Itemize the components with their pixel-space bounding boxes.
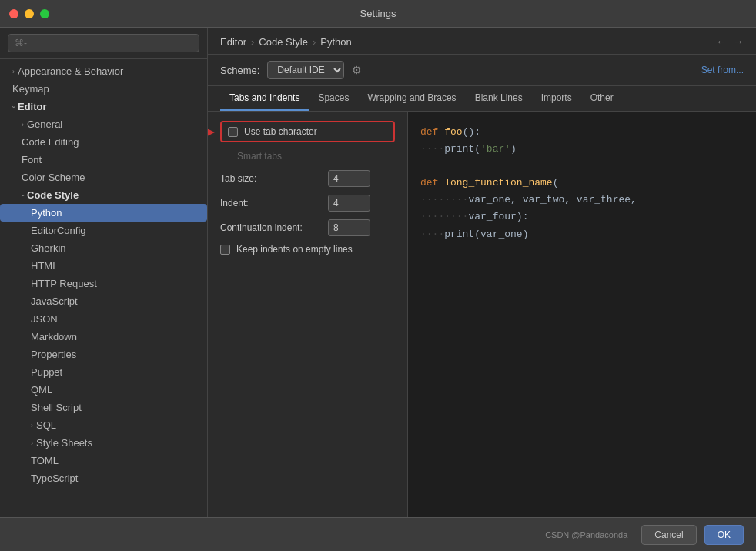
code-line-5: ········var_one, var_two, var_three, <box>420 192 744 209</box>
sidebar-item-sql[interactable]: › SQL <box>0 416 207 434</box>
indent-row: Indent: <box>220 195 395 212</box>
bottom-bar: CSDN @Pandaconda Cancel OK <box>0 517 756 551</box>
sidebar-item-label: Editor <box>18 101 47 112</box>
code-line-2: ····print('bar') <box>420 141 744 158</box>
chevron-icon: › <box>31 422 33 429</box>
tabs-bar: Tabs and Indents Spaces Wrapping and Bra… <box>208 86 756 112</box>
settings-code-split: Use tab character Smart tabs Tab size: I… <box>208 112 756 517</box>
use-tab-label[interactable]: Use tab character <box>244 126 317 137</box>
code-preview: def foo(): ····print('bar') def long_fun… <box>408 112 756 517</box>
content-area: Editor › Code Style › Python ← → Scheme:… <box>208 28 756 517</box>
sidebar-item-style-sheets[interactable]: › Style Sheets <box>0 434 207 452</box>
code-line-6: ········var_four): <box>420 209 744 225</box>
sidebar-item-editor[interactable]: › Editor <box>0 98 207 115</box>
sidebar-item-python[interactable]: Python <box>0 204 207 222</box>
tab-tabs-indents[interactable]: Tabs and Indents <box>220 86 309 111</box>
breadcrumb-python: Python <box>320 36 351 48</box>
nav-forward-icon[interactable]: → <box>733 35 744 48</box>
sidebar-item-gherkin[interactable]: Gherkin <box>0 239 207 257</box>
scheme-select[interactable]: Default IDE <box>267 61 344 79</box>
tab-wrapping[interactable]: Wrapping and Braces <box>358 86 465 111</box>
sidebar-item-label: QML <box>31 384 52 396</box>
sidebar-item-editorconfig[interactable]: EditorConfig <box>0 222 207 239</box>
sidebar-item-label: Font <box>22 154 42 165</box>
sidebar-item-label: Markdown <box>31 331 77 342</box>
sidebar-item-qml[interactable]: QML <box>0 381 207 399</box>
sidebar-item-code-editing[interactable]: Code Editing <box>0 133 207 151</box>
sidebar-item-label: Code Editing <box>22 136 79 148</box>
continuation-indent-row: Continuation indent: <box>220 219 395 236</box>
sidebar-item-markdown[interactable]: Markdown <box>0 328 207 346</box>
code-line-7: ····print(var_one) <box>420 226 744 243</box>
breadcrumb-code-style: Code Style <box>259 36 308 48</box>
sidebar-item-label: SQL <box>36 419 56 431</box>
tab-blank-lines[interactable]: Blank Lines <box>466 86 532 111</box>
sidebar-item-label: Appearance & Behavior <box>18 65 123 77</box>
cancel-button[interactable]: Cancel <box>641 525 696 545</box>
main-layout: › Appearance & Behavior Keymap › Editor … <box>0 28 756 517</box>
tab-size-label: Tab size: <box>220 173 320 184</box>
sidebar-item-label: Keymap <box>12 83 49 95</box>
chevron-icon: › <box>10 105 18 108</box>
sidebar-item-properties[interactable]: Properties <box>0 346 207 363</box>
sidebar-item-label: JavaScript <box>31 296 78 307</box>
tab-other[interactable]: Other <box>581 86 623 111</box>
search-input[interactable] <box>8 34 199 52</box>
sidebar-item-label: Shell Script <box>31 402 82 413</box>
tab-spaces[interactable]: Spaces <box>309 86 358 111</box>
smart-tabs-row: Smart tabs <box>220 147 395 170</box>
breadcrumb: Editor › Code Style › Python ← → <box>208 28 756 55</box>
sidebar-item-label: Gherkin <box>31 242 66 254</box>
chevron-icon: › <box>19 194 27 196</box>
code-line-3 <box>420 158 744 175</box>
sidebar-item-http-request[interactable]: HTTP Request <box>0 275 207 292</box>
sidebar-item-code-style[interactable]: › Code Style <box>0 186 207 204</box>
arrow-indicator <box>208 123 217 145</box>
sidebar-item-puppet[interactable]: Puppet <box>0 363 207 381</box>
continuation-indent-input[interactable] <box>328 219 370 236</box>
sidebar-item-color-scheme[interactable]: Color Scheme <box>0 169 207 186</box>
keep-indents-checkbox[interactable] <box>220 245 230 255</box>
sidebar-item-label: HTML <box>31 260 58 272</box>
ok-button[interactable]: OK <box>704 525 744 545</box>
smart-tabs-label: Smart tabs <box>237 151 282 162</box>
nav-arrows[interactable]: ← → <box>716 35 744 48</box>
indent-input[interactable] <box>328 195 370 212</box>
minimize-button[interactable] <box>25 9 34 18</box>
sidebar-item-font[interactable]: Font <box>0 151 207 169</box>
sidebar-item-toml[interactable]: TOML <box>0 452 207 469</box>
use-tab-character-row: Use tab character <box>220 121 395 142</box>
use-tab-checkbox[interactable] <box>228 127 238 137</box>
sidebar-item-shell-script[interactable]: Shell Script <box>0 399 207 416</box>
sidebar: › Appearance & Behavior Keymap › Editor … <box>0 28 208 517</box>
sidebar-item-label: HTTP Request <box>31 278 97 289</box>
sidebar-item-label: Code Style <box>27 189 79 201</box>
breadcrumb-sep-2: › <box>313 36 316 48</box>
sidebar-item-html[interactable]: HTML <box>0 257 207 275</box>
sidebar-item-json[interactable]: JSON <box>0 310 207 328</box>
sidebar-item-label: Style Sheets <box>36 437 92 449</box>
tab-size-input[interactable] <box>328 170 370 187</box>
sidebar-item-label: Color Scheme <box>22 172 85 183</box>
chevron-icon: › <box>22 121 24 129</box>
sidebar-item-typescript[interactable]: TypeScript <box>0 469 207 487</box>
gear-icon[interactable]: ⚙ <box>352 64 362 76</box>
settings-panel: Use tab character Smart tabs Tab size: I… <box>208 112 408 517</box>
set-from-link[interactable]: Set from... <box>701 65 744 75</box>
sidebar-item-appearance[interactable]: › Appearance & Behavior <box>0 62 207 80</box>
keep-indents-label: Keep indents on empty lines <box>236 244 353 255</box>
tab-imports[interactable]: Imports <box>532 86 581 111</box>
maximize-button[interactable] <box>40 9 49 18</box>
search-bar[interactable] <box>0 28 207 59</box>
sidebar-item-javascript[interactable]: JavaScript <box>0 292 207 310</box>
chevron-icon: › <box>12 68 15 75</box>
window-controls[interactable] <box>9 9 49 18</box>
sidebar-item-keymap[interactable]: Keymap <box>0 80 207 98</box>
sidebar-item-general[interactable]: › General <box>0 115 207 133</box>
scheme-label: Scheme: <box>220 65 259 76</box>
nav-back-icon[interactable]: ← <box>716 35 727 48</box>
sidebar-item-label: TOML <box>31 455 59 466</box>
close-button[interactable] <box>9 9 18 18</box>
window-title: Settings <box>360 8 396 19</box>
sidebar-content: › Appearance & Behavior Keymap › Editor … <box>0 59 207 517</box>
